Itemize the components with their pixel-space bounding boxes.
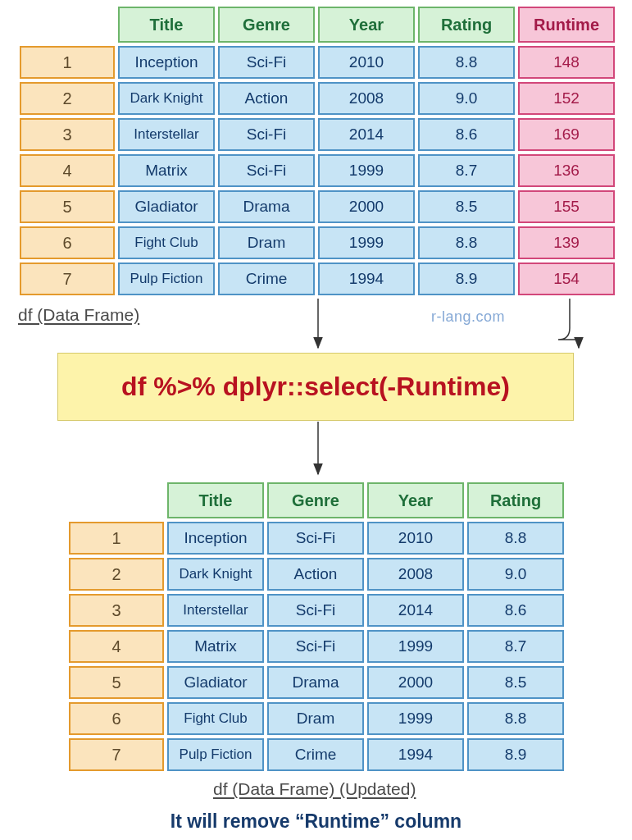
data-cell: Sci-Fi (218, 46, 315, 79)
data-cell: Matrix (118, 154, 215, 187)
data-cell: 1994 (367, 738, 464, 771)
column-header: Title (167, 482, 264, 518)
data-cell: 1999 (367, 702, 464, 735)
data-cell: 169 (518, 118, 615, 151)
data-cell: 9.0 (467, 558, 564, 591)
data-cell: Inception (167, 522, 264, 555)
data-cell: 8.7 (418, 154, 515, 187)
data-cell: 1994 (318, 262, 415, 295)
data-cell: 2014 (318, 118, 415, 151)
table-row: 1InceptionSci-Fi20108.8 (69, 522, 564, 555)
row-index: 5 (20, 190, 115, 223)
data-cell: 136 (518, 154, 615, 187)
row-index: 4 (69, 630, 164, 663)
data-cell: Pulp Fiction (167, 738, 264, 771)
data-cell: 8.7 (467, 630, 564, 663)
data-cell: 8.6 (418, 118, 515, 151)
data-cell: 2014 (367, 594, 464, 627)
data-cell: 2008 (367, 558, 464, 591)
table-row: 2Dark KnightAction20089.0 (69, 558, 564, 591)
column-header: Runtime (518, 7, 615, 43)
data-cell: Inception (118, 46, 215, 79)
row-index: 3 (69, 594, 164, 627)
row-index: 7 (20, 262, 115, 295)
data-cell: Pulp Fiction (118, 262, 215, 295)
row-index: 2 (20, 82, 115, 115)
data-cell: 8.8 (467, 522, 564, 555)
data-cell: Crime (218, 262, 315, 295)
data-cell: 152 (518, 82, 615, 115)
table-row: 5GladiatorDrama20008.5155 (20, 190, 615, 223)
dataframe-table-top: TitleGenreYearRatingRuntime 1InceptionSc… (16, 3, 618, 299)
table-row: 3InterstellarSci-Fi20148.6 (69, 594, 564, 627)
row-index: 4 (20, 154, 115, 187)
row-index: 5 (69, 666, 164, 699)
data-cell: Fight Club (167, 702, 264, 735)
data-cell: Matrix (167, 630, 264, 663)
data-cell: 2008 (318, 82, 415, 115)
table-row: 1InceptionSci-Fi20108.8148 (20, 46, 615, 79)
table-row: 3InterstellarSci-Fi20148.6169 (20, 118, 615, 151)
code-expression: df %>% dplyr::select(-Runtime) (57, 353, 574, 421)
row-index: 1 (20, 46, 115, 79)
caption-top: df (Data Frame) (18, 305, 139, 325)
row-index: 7 (69, 738, 164, 771)
data-cell: 8.8 (467, 702, 564, 735)
data-cell: 8.9 (467, 738, 564, 771)
column-header: Genre (267, 482, 364, 518)
data-cell: 1999 (318, 226, 415, 259)
data-cell: 2010 (367, 522, 464, 555)
column-header: Rating (467, 482, 564, 518)
caption-bottom: df (Data Frame) (Updated) (213, 779, 416, 799)
table-header: TitleGenreYearRatingRuntime (20, 7, 615, 43)
data-cell: Dark Knight (167, 558, 264, 591)
data-cell: 2000 (318, 190, 415, 223)
column-header: Year (367, 482, 464, 518)
data-cell: Dark Knight (118, 82, 215, 115)
table-body: 1InceptionSci-Fi20108.82Dark KnightActio… (69, 522, 564, 771)
data-cell: 2000 (367, 666, 464, 699)
bottom-note: It will remove “Runtime” column (0, 810, 632, 833)
data-cell: Action (267, 558, 364, 591)
data-cell: 8.5 (418, 190, 515, 223)
data-cell: Gladiator (167, 666, 264, 699)
data-cell: 8.6 (467, 594, 564, 627)
data-cell: 8.8 (418, 226, 515, 259)
data-cell: Gladiator (118, 190, 215, 223)
dataframe-table-bottom: TitleGenreYearRating 1InceptionSci-Fi201… (66, 479, 567, 774)
table-row: 2Dark KnightAction20089.0152 (20, 82, 615, 115)
table-header: TitleGenreYearRating (69, 482, 564, 518)
data-cell: Sci-Fi (267, 594, 364, 627)
data-cell: Interstellar (167, 594, 264, 627)
row-index: 6 (20, 226, 115, 259)
data-cell: 1999 (318, 154, 415, 187)
data-cell: 8.8 (418, 46, 515, 79)
table-row: 4MatrixSci-Fi19998.7136 (20, 154, 615, 187)
table-row: 7Pulp FictionCrime19948.9154 (20, 262, 615, 295)
data-cell: Dram (218, 226, 315, 259)
data-cell: Crime (267, 738, 364, 771)
data-cell: 148 (518, 46, 615, 79)
data-cell: Drama (218, 190, 315, 223)
data-cell: 1999 (367, 630, 464, 663)
row-index: 6 (69, 702, 164, 735)
data-cell: Drama (267, 666, 364, 699)
row-index: 1 (69, 522, 164, 555)
table-row: 4MatrixSci-Fi19998.7 (69, 630, 564, 663)
data-cell: 155 (518, 190, 615, 223)
watermark: r-lang.com (431, 308, 505, 326)
data-cell: 2010 (318, 46, 415, 79)
data-cell: 8.9 (418, 262, 515, 295)
data-cell: Sci-Fi (218, 118, 315, 151)
row-index: 3 (20, 118, 115, 151)
data-cell: Sci-Fi (267, 630, 364, 663)
data-cell: Fight Club (118, 226, 215, 259)
column-header: Title (118, 7, 215, 43)
table-row: 6Fight ClubDram19998.8 (69, 702, 564, 735)
data-cell: 8.5 (467, 666, 564, 699)
data-cell: Dram (267, 702, 364, 735)
table-row: 5GladiatorDrama20008.5 (69, 666, 564, 699)
column-header: Genre (218, 7, 315, 43)
table-body: 1InceptionSci-Fi20108.81482Dark KnightAc… (20, 46, 615, 295)
table-row: 6Fight ClubDram19998.8139 (20, 226, 615, 259)
